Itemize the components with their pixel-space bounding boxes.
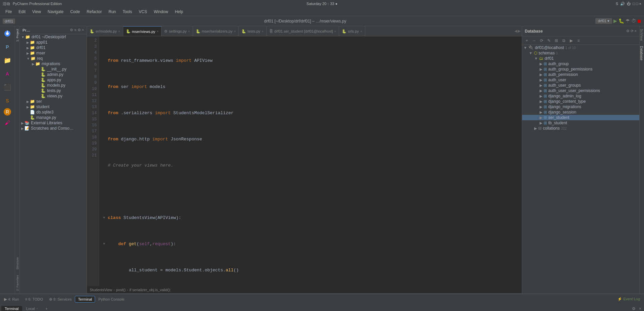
tab-urls-close[interactable]: × — [360, 30, 362, 33]
db-edit-btn[interactable]: ✎ — [546, 37, 552, 44]
tab-settings-close[interactable]: × — [188, 30, 190, 33]
tree-manage[interactable]: ▶ 🐍 manage.py — [20, 115, 87, 120]
db-table-auth-user-groups[interactable]: ▶ ⊞ auth_user_groups — [522, 83, 639, 88]
menu-edit[interactable]: Edit — [16, 9, 28, 15]
run-btn-python-console[interactable]: Python Console — [96, 296, 127, 302]
breadcrumb-cond[interactable]: if serializer_obj.is_valid(): — [130, 288, 171, 292]
db-settings-icon[interactable]: ⚙ — [626, 29, 630, 33]
db-connection[interactable]: ▼ 🔌 drf01@localhost 1 of 10 — [522, 45, 639, 50]
db-table-auth-group[interactable]: ▶ ⊞ auth_group — [522, 61, 639, 66]
db-copy-btn[interactable]: ⧉ — [560, 37, 567, 44]
menu-view[interactable]: View — [30, 9, 44, 15]
sidebar-tool-2[interactable]: ≡ — [74, 28, 76, 32]
terminal-settings[interactable]: ⚙ — [631, 306, 637, 311]
db-close-icon[interactable]: × — [635, 29, 637, 33]
tab-serializers-close[interactable]: × — [234, 30, 236, 33]
event-log-btn[interactable]: ⚡ Event Log — [615, 296, 643, 302]
db-table-auth-user-user-perm[interactable]: ▶ ⊞ auth_user_user_permissions — [522, 88, 639, 93]
menu-window[interactable]: Window — [151, 9, 171, 15]
tree-apps[interactable]: ▶ 🐍 apps.py — [20, 77, 87, 83]
menu-help[interactable]: Help — [172, 9, 186, 15]
tab-serializers[interactable]: 🐍 mser/serializers.py × — [193, 26, 239, 36]
activity-chrome[interactable] — [1, 28, 13, 40]
menu-refactor[interactable]: Refactor — [84, 9, 104, 15]
tree-ext-libs[interactable]: ▶ 📚 External Libraries — [20, 120, 87, 126]
db-schemas[interactable]: ▼ ⬡ schemas 1 — [522, 50, 639, 56]
terminal-tab-main[interactable]: Terminal — [1, 306, 22, 311]
tab-views-close[interactable]: × — [157, 30, 159, 33]
db-more-btn[interactable]: ≡ — [575, 37, 582, 44]
tree-admin[interactable]: ▶ 🐍 admin.py — [20, 72, 87, 77]
code-editor[interactable]: 2 3 4 5 6 7 8 9 10 11 12 13 14 15 16 17 … — [87, 36, 522, 286]
tab-tests[interactable]: 🐍 tests.py × — [239, 26, 267, 36]
tab-scroll-right[interactable]: ▶ — [518, 29, 520, 33]
tree-sqlite[interactable]: ▶ 📄 db.sqlite3 — [20, 109, 87, 115]
activity-scratches[interactable]: S — [1, 95, 13, 107]
tab-scroll-left[interactable]: ◀ — [514, 29, 517, 33]
db-table-ser-student[interactable]: ▶ ⊞ ser_student — [522, 115, 639, 120]
tree-mser[interactable]: ▶ 📁 mser — [20, 50, 87, 56]
tree-root[interactable]: ▼ 📁 drf01 ~/Desktop/drf — [20, 34, 87, 40]
breadcrumb-method[interactable]: post() — [116, 288, 126, 292]
db-add-btn[interactable]: + — [523, 37, 530, 44]
menu-code[interactable]: Code — [67, 9, 83, 15]
sidebar-tool-1[interactable]: ⚙ — [70, 28, 73, 32]
tab-project[interactable]: 1: Project — [15, 26, 19, 44]
activity-brush[interactable]: 🖌 — [1, 117, 13, 129]
terminal-close[interactable]: × — [638, 306, 643, 311]
code-content[interactable]: from rest_framework.views import APIView… — [99, 36, 522, 286]
menu-run[interactable]: Run — [106, 9, 119, 15]
db-table-django-session[interactable]: ▶ ⊞ django_session — [522, 109, 639, 115]
tab-models[interactable]: 🐍 er/models.py × — [87, 26, 123, 36]
activity-terminal[interactable]: ⬛ — [1, 81, 13, 93]
tab-db-close[interactable]: × — [334, 30, 336, 33]
db-sync-icon[interactable]: ⟳ — [631, 29, 634, 33]
db-collations[interactable]: ▶ ⊟ collations 222 — [522, 126, 639, 131]
sidebar-gear[interactable]: ⚙ — [78, 28, 81, 32]
run-btn-todo[interactable]: ≡ 6: TODO — [22, 296, 46, 303]
tree-student[interactable]: ▶ 📁 student — [20, 104, 87, 109]
db-schema-drf01[interactable]: ▼ 🗂 drf01 — [522, 56, 639, 61]
db-refresh-btn[interactable]: ⟳ — [538, 37, 545, 44]
run-btn-services[interactable]: ⊕ 8: Services — [46, 296, 74, 303]
tree-migrations[interactable]: ▶ 📁 migrations — [20, 61, 87, 66]
tree-init[interactable]: ▶ 🐍 __init__.py — [20, 66, 87, 72]
terminal-tab-local[interactable]: Local × — [23, 306, 42, 311]
tab-settings[interactable]: ⚙ settings.py × — [162, 26, 193, 36]
stop-icon[interactable]: ◼ — [637, 18, 641, 24]
tree-scratches[interactable]: ▶ 📝 Scratches and Conso… — [20, 126, 87, 131]
menu-vcs[interactable]: VCS — [136, 9, 150, 15]
run-btn-run[interactable]: ▶ 4: Run — [1, 296, 21, 303]
tab-models-close[interactable]: × — [118, 30, 120, 33]
tab-tests-close[interactable]: × — [262, 30, 264, 33]
profile-icon[interactable]: ⏱ — [631, 18, 636, 24]
tree-views[interactable]: ▶ 🐍 views.py — [20, 93, 87, 99]
activity-rb[interactable]: R — [4, 108, 11, 116]
db-table-auth-user[interactable]: ▶ ⊞ auth_user — [522, 77, 639, 83]
local-tab-close[interactable]: × — [36, 307, 38, 310]
menu-navigate[interactable]: Navigate — [45, 9, 66, 15]
run-config[interactable]: drf01 ▾ — [595, 18, 612, 24]
db-console-btn[interactable]: ▶ — [568, 37, 574, 44]
db-table-tb-student[interactable]: ▶ ⊞ tb_student — [522, 120, 639, 126]
sidebar-close[interactable]: × — [82, 28, 84, 32]
debug-icon[interactable]: 🐛 — [618, 18, 624, 24]
tree-app01[interactable]: ▶ 📁 app01 — [20, 40, 87, 45]
db-filter-btn[interactable]: ⊞ — [553, 37, 560, 44]
run-btn-terminal[interactable]: Terminal — [75, 296, 95, 303]
right-tab-sciview[interactable]: SciView — [640, 26, 644, 43]
tree-ser[interactable]: ▶ 📁 ser — [20, 99, 87, 104]
activity-git[interactable]: A — [1, 68, 13, 80]
breadcrumb-class[interactable]: StudentsView — [90, 288, 112, 292]
activity-folder[interactable]: 📁 — [1, 54, 13, 66]
db-table-django-mig[interactable]: ▶ ⊞ django_migrations — [522, 104, 639, 109]
tab-db[interactable]: 🗄 drf01.ser_student [drf01@localhost] × — [267, 26, 339, 36]
tree-models[interactable]: ▶ 🐍 models.py — [20, 83, 87, 88]
db-table-django-content[interactable]: ▶ ⊞ django_content_type — [522, 99, 639, 104]
tree-drf01[interactable]: ▶ 📁 drf01 — [20, 45, 87, 50]
run-icon[interactable]: ▶ — [613, 18, 617, 24]
menu-file[interactable]: File — [3, 9, 14, 15]
db-table-auth-perm[interactable]: ▶ ⊞ auth_permission — [522, 72, 639, 77]
right-tab-database[interactable]: Database — [640, 43, 644, 63]
coverage-icon[interactable]: ☂ — [626, 18, 630, 24]
